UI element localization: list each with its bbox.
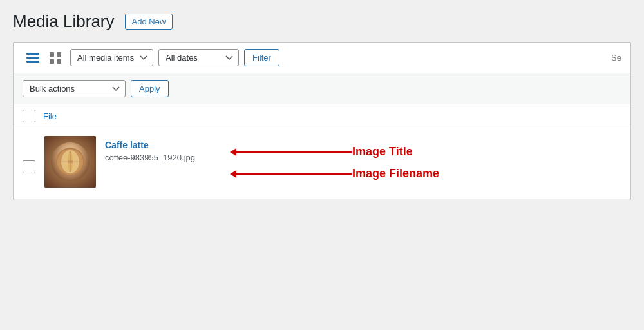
media-type-filter[interactable]: All media items Images Audio Video	[70, 49, 153, 66]
svg-rect-0	[26, 53, 39, 55]
svg-rect-1	[26, 57, 39, 59]
svg-rect-4	[57, 52, 61, 57]
select-all-checkbox[interactable]	[23, 110, 35, 122]
image-title-annotation: Image Title	[352, 145, 413, 159]
title-arrow	[230, 148, 352, 156]
table-header: File	[14, 104, 630, 128]
bulk-actions-select[interactable]: Bulk actions Delete Permanently	[23, 80, 126, 97]
media-filename: coffee-983955_1920.jpg	[105, 153, 195, 162]
media-info: Caffe latte coffee-983955_1920.jpg	[105, 136, 195, 162]
image-filename-annotation: Image Filename	[352, 167, 439, 180]
file-column-header[interactable]: File	[43, 112, 57, 121]
row-checkbox[interactable]	[23, 160, 35, 173]
search-hint: Se	[611, 53, 621, 63]
svg-rect-3	[50, 52, 54, 57]
filename-arrow	[230, 170, 352, 178]
table-row: Caffe latte coffee-983955_1920.jpg Image…	[14, 128, 630, 200]
filter-toolbar: All media items Images Audio Video All d…	[14, 43, 630, 73]
view-toggle	[23, 50, 65, 66]
grid-view-button[interactable]	[46, 50, 65, 66]
thumbnail	[44, 136, 96, 188]
apply-button[interactable]: Apply	[131, 80, 169, 97]
filter-button[interactable]: Filter	[244, 49, 279, 66]
svg-rect-5	[50, 59, 54, 64]
list-view-button[interactable]	[23, 50, 43, 66]
date-filter[interactable]: All dates January 2024 February 2024	[158, 49, 239, 66]
bulk-actions-bar: Bulk actions Delete Permanently Apply	[14, 73, 630, 104]
svg-rect-2	[26, 61, 39, 63]
svg-rect-6	[57, 59, 61, 64]
add-new-button[interactable]: Add New	[125, 14, 173, 30]
page-title: Media Library	[13, 12, 115, 32]
media-title[interactable]: Caffe latte	[105, 140, 195, 150]
